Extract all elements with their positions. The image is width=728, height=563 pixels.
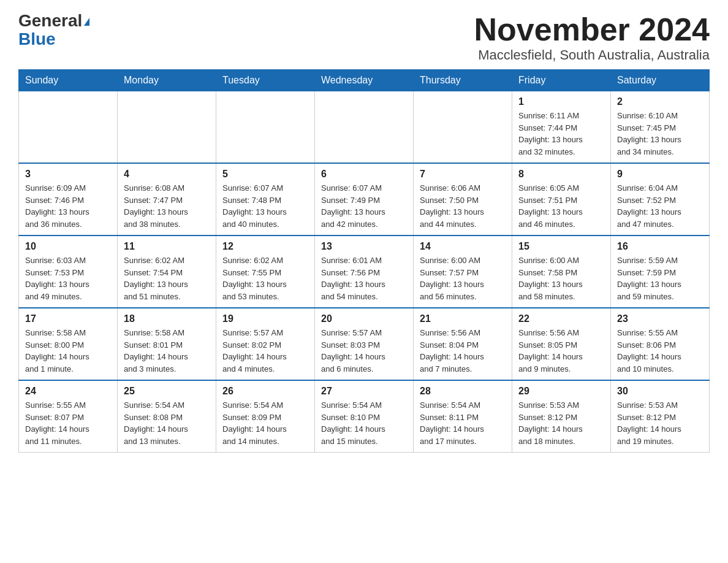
day-number: 14 bbox=[420, 241, 506, 252]
day-info: Sunrise: 6:02 AM Sunset: 7:55 PM Dayligh… bbox=[222, 255, 308, 302]
calendar-cell: 24Sunrise: 5:55 AM Sunset: 8:07 PM Dayli… bbox=[19, 380, 118, 453]
day-info: Sunrise: 6:07 AM Sunset: 7:48 PM Dayligh… bbox=[222, 182, 308, 230]
logo-bottom-line: Blue bbox=[18, 29, 56, 49]
day-number: 18 bbox=[124, 313, 210, 324]
day-number: 6 bbox=[321, 169, 407, 180]
calendar-cell: 27Sunrise: 5:54 AM Sunset: 8:10 PM Dayli… bbox=[315, 380, 414, 453]
day-info: Sunrise: 5:54 AM Sunset: 8:11 PM Dayligh… bbox=[420, 399, 506, 447]
weekday-header-saturday: Saturday bbox=[611, 70, 710, 91]
calendar-cell: 17Sunrise: 5:58 AM Sunset: 8:00 PM Dayli… bbox=[19, 308, 118, 380]
day-number: 3 bbox=[25, 169, 111, 180]
logo-general-text: General bbox=[18, 11, 89, 30]
day-info: Sunrise: 6:01 AM Sunset: 7:56 PM Dayligh… bbox=[321, 255, 407, 302]
calendar-table: SundayMondayTuesdayWednesdayThursdayFrid… bbox=[18, 69, 710, 453]
day-number: 7 bbox=[420, 169, 506, 180]
day-info: Sunrise: 5:56 AM Sunset: 8:04 PM Dayligh… bbox=[420, 327, 506, 375]
calendar-cell: 28Sunrise: 5:54 AM Sunset: 8:11 PM Dayli… bbox=[414, 380, 512, 453]
day-number: 2 bbox=[617, 96, 703, 107]
day-info: Sunrise: 6:05 AM Sunset: 7:51 PM Dayligh… bbox=[518, 182, 604, 230]
day-info: Sunrise: 6:08 AM Sunset: 7:47 PM Dayligh… bbox=[124, 182, 210, 230]
day-info: Sunrise: 5:57 AM Sunset: 8:03 PM Dayligh… bbox=[321, 327, 407, 375]
calendar-cell bbox=[19, 91, 118, 164]
day-info: Sunrise: 5:57 AM Sunset: 8:02 PM Dayligh… bbox=[222, 327, 308, 375]
calendar-week-row: 10Sunrise: 6:03 AM Sunset: 7:53 PM Dayli… bbox=[19, 236, 710, 308]
day-info: Sunrise: 6:03 AM Sunset: 7:53 PM Dayligh… bbox=[25, 255, 111, 302]
calendar-cell: 9Sunrise: 6:04 AM Sunset: 7:52 PM Daylig… bbox=[611, 163, 710, 236]
day-info: Sunrise: 5:59 AM Sunset: 7:59 PM Dayligh… bbox=[617, 255, 703, 302]
day-number: 25 bbox=[124, 386, 210, 397]
calendar-cell: 12Sunrise: 6:02 AM Sunset: 7:55 PM Dayli… bbox=[216, 236, 315, 308]
day-info: Sunrise: 5:53 AM Sunset: 8:12 PM Dayligh… bbox=[617, 399, 703, 447]
day-number: 22 bbox=[518, 313, 604, 324]
calendar-cell bbox=[414, 91, 512, 164]
day-number: 17 bbox=[25, 313, 111, 324]
day-info: Sunrise: 6:09 AM Sunset: 7:46 PM Dayligh… bbox=[25, 182, 111, 230]
calendar-cell: 3Sunrise: 6:09 AM Sunset: 7:46 PM Daylig… bbox=[19, 163, 118, 236]
calendar-cell: 5Sunrise: 6:07 AM Sunset: 7:48 PM Daylig… bbox=[216, 163, 315, 236]
day-number: 4 bbox=[124, 169, 210, 180]
day-number: 30 bbox=[617, 386, 703, 397]
calendar-cell: 14Sunrise: 6:00 AM Sunset: 7:57 PM Dayli… bbox=[414, 236, 512, 308]
calendar-cell: 29Sunrise: 5:53 AM Sunset: 8:12 PM Dayli… bbox=[512, 380, 611, 453]
calendar-cell: 7Sunrise: 6:06 AM Sunset: 7:50 PM Daylig… bbox=[414, 163, 512, 236]
day-number: 16 bbox=[617, 241, 703, 252]
day-number: 11 bbox=[124, 241, 210, 252]
weekday-header-monday: Monday bbox=[118, 70, 216, 91]
logo-top-line: General bbox=[18, 12, 89, 29]
location-subtitle: Macclesfield, South Australia, Australia bbox=[474, 47, 710, 63]
day-number: 19 bbox=[222, 313, 308, 324]
day-number: 24 bbox=[25, 386, 111, 397]
calendar-cell: 19Sunrise: 5:57 AM Sunset: 8:02 PM Dayli… bbox=[216, 308, 315, 380]
day-info: Sunrise: 5:53 AM Sunset: 8:12 PM Dayligh… bbox=[518, 399, 604, 447]
calendar-cell: 2Sunrise: 6:10 AM Sunset: 7:45 PM Daylig… bbox=[611, 91, 710, 164]
day-info: Sunrise: 5:54 AM Sunset: 8:08 PM Dayligh… bbox=[124, 399, 210, 447]
weekday-header-friday: Friday bbox=[512, 70, 611, 91]
calendar-cell: 18Sunrise: 5:58 AM Sunset: 8:01 PM Dayli… bbox=[118, 308, 216, 380]
calendar-week-row: 1Sunrise: 6:11 AM Sunset: 7:44 PM Daylig… bbox=[19, 91, 710, 164]
logo: General Blue bbox=[18, 12, 89, 49]
calendar-cell bbox=[118, 91, 216, 164]
day-number: 13 bbox=[321, 241, 407, 252]
weekday-header-row: SundayMondayTuesdayWednesdayThursdayFrid… bbox=[19, 70, 710, 91]
calendar-cell: 4Sunrise: 6:08 AM Sunset: 7:47 PM Daylig… bbox=[118, 163, 216, 236]
day-info: Sunrise: 6:00 AM Sunset: 7:57 PM Dayligh… bbox=[420, 255, 506, 302]
day-info: Sunrise: 6:11 AM Sunset: 7:44 PM Dayligh… bbox=[518, 110, 604, 158]
calendar-cell: 6Sunrise: 6:07 AM Sunset: 7:49 PM Daylig… bbox=[315, 163, 414, 236]
day-number: 5 bbox=[222, 169, 308, 180]
calendar-cell: 26Sunrise: 5:54 AM Sunset: 8:09 PM Dayli… bbox=[216, 380, 315, 453]
day-number: 20 bbox=[321, 313, 407, 324]
month-title: November 2024 bbox=[474, 12, 710, 47]
day-number: 8 bbox=[518, 169, 604, 180]
day-number: 23 bbox=[617, 313, 703, 324]
calendar-cell: 13Sunrise: 6:01 AM Sunset: 7:56 PM Dayli… bbox=[315, 236, 414, 308]
day-info: Sunrise: 5:54 AM Sunset: 8:10 PM Dayligh… bbox=[321, 399, 407, 447]
day-info: Sunrise: 5:55 AM Sunset: 8:07 PM Dayligh… bbox=[25, 399, 111, 447]
calendar-week-row: 24Sunrise: 5:55 AM Sunset: 8:07 PM Dayli… bbox=[19, 380, 710, 453]
logo-blue-text: Blue bbox=[18, 29, 56, 48]
day-number: 26 bbox=[222, 386, 308, 397]
day-number: 29 bbox=[518, 386, 604, 397]
calendar-week-row: 3Sunrise: 6:09 AM Sunset: 7:46 PM Daylig… bbox=[19, 163, 710, 236]
day-info: Sunrise: 5:55 AM Sunset: 8:06 PM Dayligh… bbox=[617, 327, 703, 375]
calendar-cell: 23Sunrise: 5:55 AM Sunset: 8:06 PM Dayli… bbox=[611, 308, 710, 380]
weekday-header-sunday: Sunday bbox=[19, 70, 118, 91]
weekday-header-wednesday: Wednesday bbox=[315, 70, 414, 91]
page-header: General Blue November 2024 Macclesfield,… bbox=[18, 12, 710, 63]
calendar-cell: 8Sunrise: 6:05 AM Sunset: 7:51 PM Daylig… bbox=[512, 163, 611, 236]
title-area: November 2024 Macclesfield, South Austra… bbox=[474, 12, 710, 63]
day-info: Sunrise: 6:02 AM Sunset: 7:54 PM Dayligh… bbox=[124, 255, 210, 302]
day-info: Sunrise: 6:06 AM Sunset: 7:50 PM Dayligh… bbox=[420, 182, 506, 230]
calendar-cell bbox=[315, 91, 414, 164]
calendar-cell: 30Sunrise: 5:53 AM Sunset: 8:12 PM Dayli… bbox=[611, 380, 710, 453]
calendar-cell: 20Sunrise: 5:57 AM Sunset: 8:03 PM Dayli… bbox=[315, 308, 414, 380]
day-number: 27 bbox=[321, 386, 407, 397]
day-info: Sunrise: 5:58 AM Sunset: 8:01 PM Dayligh… bbox=[124, 327, 210, 375]
day-number: 21 bbox=[420, 313, 506, 324]
calendar-cell: 15Sunrise: 6:00 AM Sunset: 7:58 PM Dayli… bbox=[512, 236, 611, 308]
day-info: Sunrise: 6:10 AM Sunset: 7:45 PM Dayligh… bbox=[617, 110, 703, 158]
day-info: Sunrise: 6:00 AM Sunset: 7:58 PM Dayligh… bbox=[518, 255, 604, 302]
day-info: Sunrise: 5:56 AM Sunset: 8:05 PM Dayligh… bbox=[518, 327, 604, 375]
calendar-cell: 21Sunrise: 5:56 AM Sunset: 8:04 PM Dayli… bbox=[414, 308, 512, 380]
calendar-cell: 22Sunrise: 5:56 AM Sunset: 8:05 PM Dayli… bbox=[512, 308, 611, 380]
day-number: 12 bbox=[222, 241, 308, 252]
